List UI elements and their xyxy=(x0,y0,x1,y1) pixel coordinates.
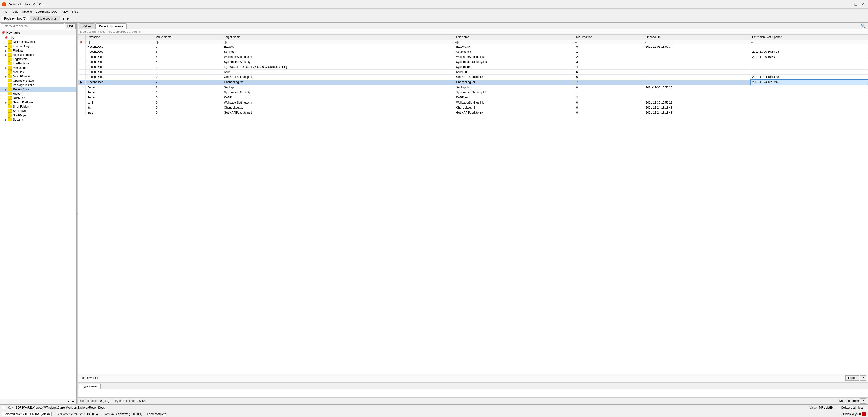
table-row[interactable]: Folder0KAPEKAPE.lnk2 xyxy=(79,95,868,100)
row-marker xyxy=(79,90,86,95)
cell-lnk_name: WallpaperSettings.lnk xyxy=(454,100,574,105)
tree-item-logonstats[interactable]: LogonStats xyxy=(0,57,76,61)
tree-item-menuorder[interactable]: ▶ MenuOrder xyxy=(0,66,76,70)
pin-icon: 📌 xyxy=(1,31,5,34)
table-row[interactable]: Folder1System and SecuritySystem and Sec… xyxy=(79,90,868,95)
tree-item-fileexts[interactable]: ▶ FileExts xyxy=(0,49,76,53)
scroll-right-btn[interactable]: ► xyxy=(71,399,75,404)
sep5 xyxy=(145,412,145,416)
tab-recent-documents[interactable]: Recent documents xyxy=(95,24,127,29)
tree-item-mountpoints2[interactable]: ▶ MountPoints2 xyxy=(0,74,76,78)
tree-item-lowregistry[interactable]: LowRegistry xyxy=(0,61,76,66)
table-row[interactable]: RecentDocs4System and SecuritySystem and… xyxy=(79,59,868,64)
data-interpreter-label: Data interpreter xyxy=(839,399,859,403)
table-row[interactable]: ▶RecentDocs2ChangeLog.txtChangeLog.lnk72… xyxy=(79,79,868,85)
filter-ext: n▐c xyxy=(86,40,154,44)
table-row[interactable]: RecentDocs7EZtoolsEZtools.lnk02021-12-01… xyxy=(79,44,868,50)
app-title: Registry Explorer v1.6.0.0 xyxy=(8,2,845,6)
right-tab-bar: Values Recent documents 🔍 xyxy=(78,23,868,29)
cell-value_name: 1 xyxy=(154,90,222,95)
filter-lnkname: n▐c xyxy=(454,40,574,44)
folder-icon xyxy=(8,79,12,83)
cell-value_name: 0 xyxy=(154,74,222,80)
tree-item-modules[interactable]: Modules xyxy=(0,70,76,74)
menu-file[interactable]: File xyxy=(1,9,9,14)
restore-button[interactable]: ❐ xyxy=(852,2,859,7)
col-opened-on[interactable]: Opened On xyxy=(644,34,750,40)
col-lnk-name[interactable]: Lnk Name xyxy=(454,34,574,40)
table-row[interactable]: .txt0ChangeLog.txtChangeLog.lnk02021-11-… xyxy=(79,105,868,110)
menu-options[interactable]: Options xyxy=(20,9,34,14)
row-marker xyxy=(79,64,86,69)
tree-item-shutdown[interactable]: Shutdown xyxy=(0,109,76,113)
status-bar-2: Selected hive: NTUSER.DAT_clean Last wri… xyxy=(0,411,868,417)
col-extension[interactable]: Extension xyxy=(86,34,154,40)
last-write-val: 2021-12-01 13:00:34 xyxy=(71,412,98,416)
export-button[interactable]: Export xyxy=(845,375,859,381)
tree-item-recentdocs[interactable]: ▶ RecentDocs xyxy=(0,87,76,92)
table-row[interactable]: RecentDocs1KAPEKAPE.lnk5 xyxy=(79,69,868,74)
col-ext-last-opened[interactable]: Extension Last Opened xyxy=(750,34,868,40)
key-checkbox[interactable] xyxy=(2,406,5,409)
tree-item-runmru[interactable]: RunMRU xyxy=(0,96,76,100)
grid-help-button[interactable]: ? xyxy=(860,375,866,381)
search-icon[interactable]: 🔍 xyxy=(859,24,867,29)
tab-registry-hives[interactable]: Registry hives (2) xyxy=(1,16,30,22)
table-row[interactable]: .xml0WallpaperSettings.xmlWallpaperSetti… xyxy=(79,100,868,105)
type-viewer-tab[interactable]: Type viewer xyxy=(79,384,101,389)
tree-root[interactable]: 📌 n▐c xyxy=(0,35,76,40)
table-row[interactable]: Folder2SettingsSettings.lnk02021-11-30 1… xyxy=(79,85,868,90)
load-label: Load complete xyxy=(147,412,166,416)
table-row[interactable]: RecentDocs3::{BB06C0E4-D293-4F75-8A90-CB… xyxy=(79,64,868,69)
data-grid[interactable]: Extension Value Name Target Name Lnk Nam… xyxy=(78,34,868,374)
cell-ext_last_opened xyxy=(750,90,868,95)
tab-values[interactable]: Values xyxy=(79,24,95,29)
col-mru-position[interactable]: Mru Position xyxy=(574,34,644,40)
collapse-all-hives-btn[interactable]: Collapse all hives xyxy=(838,405,866,410)
menu-help[interactable]: Help xyxy=(70,9,80,14)
tree-item-packageinstalla[interactable]: Package Installa xyxy=(0,83,76,87)
tab-available-bookmarks[interactable]: Available bookmar xyxy=(30,16,60,21)
bytes-selected-label: Bytes selected: xyxy=(115,399,134,403)
table-row[interactable]: RecentDocs0Get-KAPEUpdate.ps1Get-KAPEUpd… xyxy=(79,74,868,80)
cell-value_name: 7 xyxy=(154,44,222,50)
search-input[interactable] xyxy=(1,24,64,29)
col-target-name[interactable]: Target Name xyxy=(222,34,454,40)
tree-item-featureusage[interactable]: ▶ FeatureUsage xyxy=(0,44,76,49)
cell-opened_on xyxy=(644,55,750,59)
menu-tools[interactable]: Tools xyxy=(9,9,20,14)
menu-view[interactable]: View xyxy=(60,9,70,14)
table-row[interactable]: RecentDocs5WallpaperSettings.xmlWallpape… xyxy=(79,55,868,59)
current-offset-label: Current offset: xyxy=(80,399,98,403)
tree-area: DiskSpaceChecki ▶ FeatureUsage ▶ FileExt… xyxy=(0,40,76,398)
cell-extension: .xml xyxy=(86,100,154,105)
col-value-name[interactable]: Value Name xyxy=(154,34,222,40)
tree-item-streams[interactable]: ▶ Streams xyxy=(0,118,76,122)
row-marker xyxy=(79,85,86,90)
cell-target_name: ChangeLog.txt xyxy=(222,79,454,85)
tree-item-operationstatus[interactable]: OperationStatus xyxy=(0,78,76,83)
tree-item-diskspacechecki[interactable]: DiskSpaceChecki xyxy=(0,40,76,44)
tree-item-searchplatform[interactable]: ▶ SearchPlatform xyxy=(0,100,76,104)
scroll-left-btn[interactable]: ◄ xyxy=(66,399,71,404)
close-button[interactable]: ✕ xyxy=(860,2,866,7)
tree-item-hidedesktopicor[interactable]: ▶ HideDesktopIcor xyxy=(0,53,76,57)
tree-item-startpage[interactable]: StartPage xyxy=(0,113,76,118)
hive-tab-bar: Registry hives (2) Available bookmar ◄ ► xyxy=(0,15,868,23)
tab-arrow-right[interactable]: ► xyxy=(66,16,71,21)
offset-help-button[interactable]: ? xyxy=(860,398,866,404)
minimize-button[interactable]: — xyxy=(845,2,852,7)
type-viewer: Type viewer xyxy=(78,383,868,397)
title-bar: Registry Explorer v1.6.0.0 — ❐ ✕ xyxy=(0,0,868,9)
tree-item-ribbon[interactable]: Ribbon xyxy=(0,92,76,96)
cell-mru_position: 0 xyxy=(574,100,644,105)
tab-arrow-left[interactable]: ◄ xyxy=(60,16,66,21)
table-row[interactable]: RecentDocs6SettingsSettings.lnk12021-11-… xyxy=(79,50,868,55)
menu-bookmarks[interactable]: Bookmarks (30/0) xyxy=(34,9,60,14)
folder-icon xyxy=(8,62,12,65)
main-container: Registry hives (2) Available bookmar ◄ ►… xyxy=(0,15,868,417)
find-button[interactable]: Find xyxy=(65,24,75,29)
tree-item-shellfolders[interactable]: Shell Folders xyxy=(0,104,76,109)
table-row[interactable]: .ps10Get-KAPEUpdate.ps1Get-KAPEUpdate.ln… xyxy=(79,110,868,115)
cell-extension: .txt xyxy=(86,105,154,110)
